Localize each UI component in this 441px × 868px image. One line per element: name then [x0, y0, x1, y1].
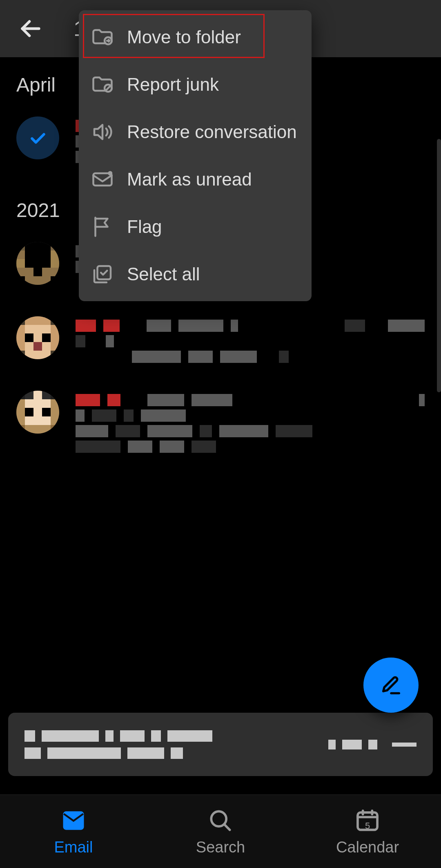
menu-item-label: Restore conversation [127, 122, 297, 142]
email-icon [60, 807, 87, 834]
mail-row-body [76, 391, 425, 456]
calendar-day: 5 [354, 821, 381, 831]
nav-label: Search [196, 839, 245, 856]
nav-search[interactable]: Search [147, 795, 294, 868]
avatar-selected[interactable] [16, 116, 59, 159]
banner-action[interactable] [328, 740, 416, 749]
arrow-left-icon [16, 14, 45, 43]
menu-item-label: Report junk [127, 74, 219, 95]
menu-item-flag[interactable]: Flag [79, 203, 312, 251]
scroll-indicator[interactable] [437, 139, 441, 392]
menu-item-label: Move to folder [127, 27, 241, 47]
mail-row[interactable] [0, 383, 441, 472]
avatar[interactable] [16, 391, 59, 434]
compose-fab[interactable] [363, 658, 419, 713]
nav-label: Calendar [336, 839, 399, 856]
bottom-nav: Email Search 5 Calendar [0, 794, 441, 868]
folder-block-icon [90, 72, 115, 97]
menu-item-mark-unread[interactable]: Mark as unread [79, 156, 312, 203]
menu-item-select-all[interactable]: Select all [79, 251, 312, 298]
mail-unread-icon [90, 167, 115, 192]
nav-calendar[interactable]: 5 Calendar [294, 795, 441, 868]
nav-label: Email [54, 839, 93, 856]
calendar-icon: 5 [354, 807, 381, 834]
menu-item-label: Flag [127, 217, 162, 237]
mail-row[interactable] [0, 308, 441, 383]
menu-item-label: Select all [127, 264, 200, 284]
search-icon [207, 807, 234, 834]
select-all-icon [90, 262, 115, 286]
menu-item-report-junk[interactable]: Report junk [79, 61, 312, 108]
avatar[interactable] [16, 242, 59, 285]
checkmark-icon [28, 128, 48, 148]
overflow-menu: Move to folder Report junk Restore conve… [79, 10, 312, 301]
compose-icon [379, 673, 403, 697]
mail-row-body [76, 316, 425, 366]
banner-text [24, 730, 212, 759]
menu-item-restore-conversation[interactable]: Restore conversation [79, 108, 312, 156]
nav-email[interactable]: Email [0, 795, 147, 868]
speaker-icon [90, 120, 115, 144]
menu-item-move-to-folder[interactable]: Move to folder [79, 13, 312, 61]
inbox-banner[interactable] [8, 713, 433, 776]
flag-icon [90, 215, 115, 239]
avatar[interactable] [16, 316, 59, 359]
svg-point-3 [108, 171, 112, 176]
menu-item-label: Mark as unread [127, 169, 252, 190]
back-button[interactable] [16, 14, 45, 43]
folder-move-icon [90, 25, 115, 49]
